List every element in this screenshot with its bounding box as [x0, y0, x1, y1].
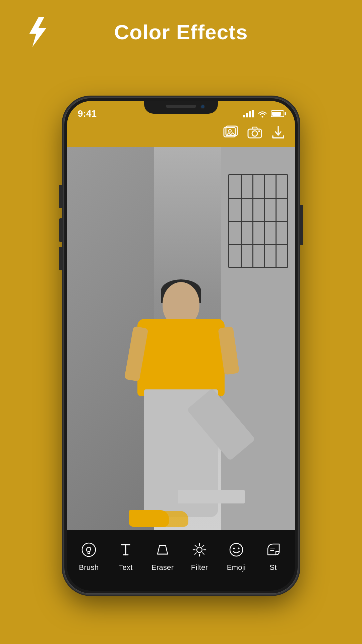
phone-notch [144, 101, 218, 114]
bottom-toolbar: Brush Text [67, 530, 295, 591]
text-icon [118, 542, 133, 560]
app-toolbar [67, 120, 295, 147]
person-shirt [137, 319, 225, 396]
svg-point-7 [258, 130, 260, 132]
svg-point-28 [238, 548, 240, 549]
camera-icon[interactable] [247, 126, 262, 142]
svg-line-24 [202, 545, 204, 547]
svg-point-1 [262, 116, 263, 117]
tool-emoji[interactable]: Emoji [221, 542, 251, 572]
tool-brush[interactable]: Brush [74, 542, 104, 572]
brush-icon [81, 542, 97, 560]
eraser-label: Eraser [152, 563, 174, 572]
svg-point-26 [230, 543, 243, 556]
notch-speaker [166, 105, 196, 108]
tool-sticker[interactable]: St [258, 542, 288, 572]
emoji-icon [229, 542, 244, 560]
filter-icon [192, 542, 207, 560]
svg-line-25 [195, 553, 196, 554]
status-time: 9:41 [78, 108, 97, 119]
svg-marker-0 [29, 17, 47, 47]
sticker-label: St [269, 563, 277, 572]
phone-mockup: 9:41 [64, 98, 298, 594]
brush-label: Brush [79, 563, 99, 572]
status-icons [243, 110, 284, 118]
iron-gate [228, 174, 288, 268]
page-title: Color Effects [114, 20, 248, 44]
wifi-icon [257, 110, 267, 118]
photo-area[interactable] [67, 147, 295, 530]
svg-line-23 [202, 553, 204, 554]
tool-eraser[interactable]: Eraser [147, 542, 178, 572]
svg-point-6 [252, 131, 257, 136]
svg-line-22 [195, 545, 196, 547]
eraser-icon [155, 542, 170, 560]
phone-mockup-container: 9:41 [0, 57, 362, 644]
svg-point-27 [233, 548, 235, 549]
phone-screen: 9:41 [67, 101, 295, 591]
app-header: Color Effects [0, 0, 362, 57]
notch-camera [200, 104, 205, 109]
svg-point-11 [82, 543, 96, 556]
lightning-icon [23, 17, 50, 48]
svg-point-4 [229, 129, 231, 132]
ground-ledge [178, 490, 245, 503]
signal-icon [243, 110, 254, 117]
person-figure [124, 255, 238, 530]
tool-filter[interactable]: Filter [184, 542, 215, 572]
battery-fill [272, 112, 281, 116]
download-icon[interactable] [272, 125, 285, 142]
emoji-label: Emoji [227, 563, 246, 572]
svg-point-17 [197, 547, 202, 552]
filter-label: Filter [191, 563, 208, 572]
battery-icon [271, 110, 284, 117]
gallery-icon[interactable] [223, 125, 238, 142]
sticker-icon [266, 542, 281, 560]
text-label: Text [119, 563, 133, 572]
tool-text[interactable]: Text [111, 542, 141, 572]
person-shoe-right [152, 511, 188, 527]
